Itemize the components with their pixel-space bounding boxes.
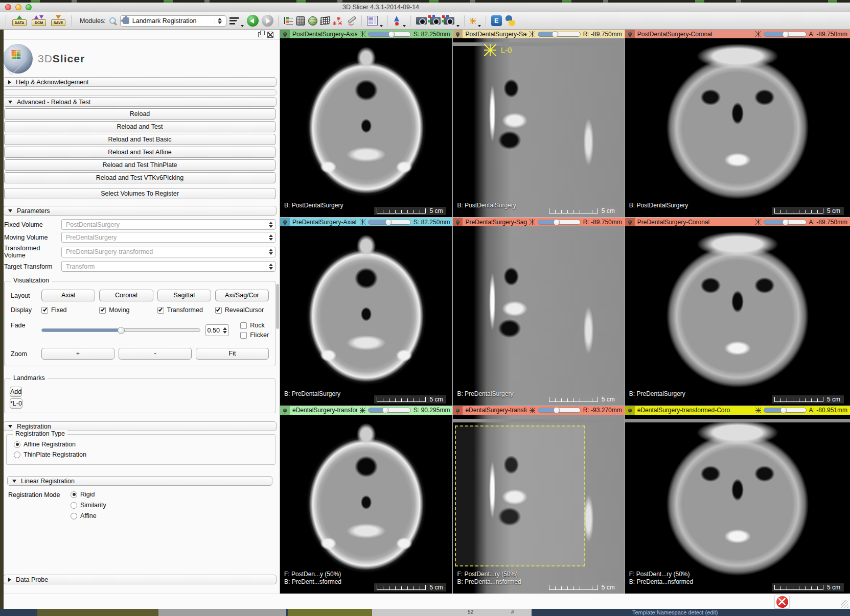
slice-image-area[interactable]: B: PostDentalSurgery 5 cm <box>280 38 452 217</box>
rigid-radio[interactable]: Rigid <box>71 491 106 498</box>
slice-star-icon[interactable] <box>755 31 761 37</box>
transformed-volume-combo[interactable]: PreDentalSurgery-transformed <box>61 247 275 257</box>
module-forward-button[interactable] <box>262 15 273 27</box>
spinbox-arrows-icon[interactable] <box>221 326 228 335</box>
slice-offset-slider[interactable] <box>538 408 581 413</box>
slice-offset-slider[interactable] <box>764 220 807 225</box>
zoom-window-button[interactable] <box>26 4 32 10</box>
fiducial-marker[interactable]: L-0 <box>484 44 512 56</box>
sagittal-layout-button[interactable]: Sagittal <box>157 290 211 301</box>
slice-star-icon[interactable] <box>530 219 535 225</box>
fade-slider[interactable] <box>41 328 200 332</box>
scene-hierarchy-icon[interactable] <box>284 16 293 25</box>
slice-image-area[interactable]: B: PreDentalSurgery 5 cm <box>625 226 850 405</box>
display-transformed-checkbox[interactable]: Transformed <box>157 306 211 314</box>
module-search-icon[interactable] <box>109 17 117 25</box>
slice-offset-slider[interactable] <box>368 32 411 37</box>
scene-view-restore-icon[interactable] <box>444 17 454 25</box>
undock-panel-icon[interactable] <box>258 32 263 37</box>
coronal-layout-button[interactable]: Coronal <box>99 290 153 301</box>
python-console-icon[interactable] <box>505 15 516 26</box>
zoom-out-button[interactable]: - <box>119 348 192 360</box>
slice-slider-thumb[interactable] <box>783 219 789 225</box>
slice-offset-slider[interactable] <box>368 220 411 225</box>
panel-scrollbar[interactable] <box>276 284 279 329</box>
slice-star-icon[interactable] <box>530 408 535 413</box>
rock-checkbox[interactable]: Rock <box>240 322 269 329</box>
minimize-window-button[interactable] <box>15 4 21 10</box>
close-window-button[interactable] <box>5 4 11 10</box>
volume-rendering-icon[interactable] <box>308 16 317 26</box>
reload-test-thinplate-button[interactable]: Reload and Test ThinPlate <box>4 159 275 171</box>
annotations-module-icon[interactable] <box>347 16 357 26</box>
fade-slider-thumb[interactable] <box>118 327 125 334</box>
section-data-probe[interactable]: Data Probe <box>3 575 277 584</box>
slice-offset-slider[interactable] <box>538 32 581 37</box>
reload-and-test-button[interactable]: Reload and Test <box>4 121 275 132</box>
similarity-radio[interactable]: Similarity <box>71 502 106 509</box>
view-pin-button[interactable] <box>453 218 463 226</box>
axi-sag-cor-layout-button[interactable]: Axi/Sag/Cor <box>215 290 269 301</box>
reload-test-basic-button[interactable]: Reload and Test Basic <box>4 134 275 145</box>
add-landmark-button[interactable]: Add <box>10 387 22 397</box>
slice-image-area[interactable]: F: PostDen...y (50%) B: PreDent...sforme… <box>280 415 452 594</box>
section-linear-registration[interactable]: Linear Registration <box>7 476 272 486</box>
title-bar[interactable]: 3D Slicer 4.3.1-2014-09-14 <box>0 3 850 12</box>
module-history-icon[interactable] <box>229 17 239 25</box>
section-help-acknowledgement[interactable]: Help & Acknowledgement <box>3 77 277 87</box>
view-pin-button[interactable] <box>625 218 635 226</box>
reload-test-affine-button[interactable]: Reload and Test Affine <box>4 147 275 158</box>
slice-image-area[interactable]: B: PreDentalSurgery 5 cm <box>280 226 452 405</box>
slice-slider-thumb[interactable] <box>783 31 789 37</box>
slice-star-icon[interactable] <box>755 408 761 413</box>
crosshair-icon[interactable] <box>470 18 476 24</box>
slice-star-icon[interactable] <box>360 219 365 225</box>
slice-offset-slider[interactable] <box>764 408 807 413</box>
landmark-l0-button[interactable]: *L-0 <box>10 398 22 409</box>
volumes-module-icon[interactable] <box>296 16 305 26</box>
view-pin-button[interactable] <box>625 406 635 415</box>
select-volumes-button[interactable]: Select Volumes To Register <box>4 188 275 199</box>
display-fixed-checkbox[interactable]: Fixed <box>41 306 95 314</box>
layout-selector-icon[interactable] <box>367 16 378 26</box>
save-button[interactable]: SAVE <box>50 15 66 26</box>
slice-image-area[interactable]: B: PreDentalSurgery 5 cm <box>453 226 624 405</box>
view-pin-button[interactable] <box>280 30 290 38</box>
slice-image-area[interactable]: B: PostDentalSurgery 5 cm <box>625 38 850 217</box>
view-pin-button[interactable] <box>625 30 635 38</box>
fade-spinbox[interactable]: 0.50 <box>205 324 229 336</box>
slice-slider-thumb[interactable] <box>553 219 560 225</box>
reveal-cursor-checkbox[interactable]: RevealCursor <box>215 306 269 314</box>
slice-image-area[interactable]: F: PostDent...ry (50%) B: PreDenta...nsf… <box>625 415 850 594</box>
section-parameters[interactable]: Parameters <box>3 206 277 216</box>
affine-mode-radio[interactable]: Affine <box>71 512 106 519</box>
slice-offset-slider[interactable] <box>538 220 581 225</box>
resize-grip[interactable] <box>841 600 848 608</box>
reload-test-vtkv6picking-button[interactable]: Reload and Test VTKv6Picking <box>4 172 275 183</box>
scene-view-capture-icon[interactable] <box>430 17 441 25</box>
screenshot-icon[interactable] <box>416 17 427 25</box>
slice-image-area[interactable]: L-0 B: PostDentalSurgery 5 cm <box>453 38 624 217</box>
module-selector-combo[interactable]: Landmark Registration <box>120 15 226 27</box>
close-panel-icon[interactable] <box>267 32 273 38</box>
slice-image-area[interactable]: F: PostDent...ry (50%) B: PreDenta...nsf… <box>453 415 624 594</box>
slice-star-icon[interactable] <box>360 408 365 413</box>
slice-slider-thumb[interactable] <box>388 31 395 37</box>
slice-slider-thumb[interactable] <box>385 219 392 225</box>
load-data-button[interactable]: DATA <box>11 15 28 26</box>
transforms-module-icon[interactable] <box>320 16 330 25</box>
slice-slider-thumb[interactable] <box>553 407 560 414</box>
dicom-button[interactable]: DCM <box>31 15 47 26</box>
axial-layout-button[interactable]: Axial <box>41 290 95 301</box>
thinplate-registration-radio[interactable]: ThinPlate Registration <box>14 451 268 458</box>
extensions-manager-icon[interactable]: E <box>491 15 502 26</box>
zoom-in-button[interactable]: + <box>41 348 114 360</box>
reload-button[interactable]: Reload <box>4 108 275 120</box>
module-back-button[interactable] <box>247 15 259 27</box>
slice-offset-slider[interactable] <box>764 32 807 37</box>
slice-star-icon[interactable] <box>755 219 761 225</box>
flicker-checkbox[interactable]: Flicker <box>240 331 269 339</box>
slice-slider-thumb[interactable] <box>552 31 558 37</box>
display-moving-checkbox[interactable]: Moving <box>99 306 153 314</box>
affine-registration-radio[interactable]: Affine Registration <box>14 441 268 448</box>
